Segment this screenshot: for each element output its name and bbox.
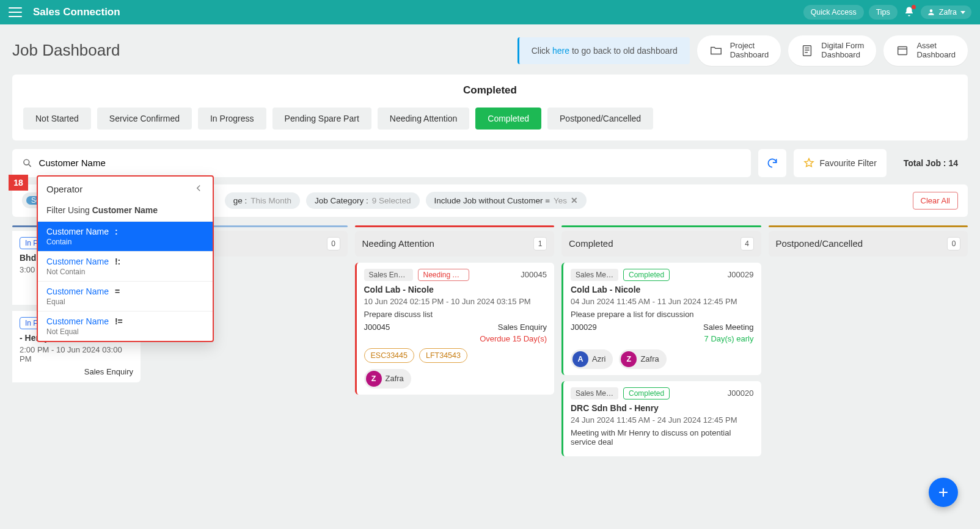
menu-icon[interactable]: [9, 7, 22, 17]
assignee-chip[interactable]: AAzri: [571, 349, 613, 369]
asset-icon: [896, 44, 909, 57]
assignee-name: Zafra: [640, 354, 659, 363]
tab-in-progress[interactable]: In Progress: [198, 108, 266, 130]
card-id: J00045: [521, 270, 547, 279]
chip-include-without-customer[interactable]: Include Job without Customer = Yes ✕: [426, 192, 587, 209]
tips-button[interactable]: Tips: [869, 5, 898, 20]
card-code: J00045: [364, 323, 390, 332]
status-panel: Completed Not Started Service Confirmed …: [12, 75, 968, 140]
search-row: Favourite Filter Total Job : 14 18 Opera…: [12, 149, 968, 177]
col-head: Needing Attention 1: [355, 231, 555, 257]
label: Dashboard: [730, 51, 769, 60]
project-dashboard-button[interactable]: ProjectDashboard: [697, 35, 781, 66]
section-title: Completed: [23, 84, 957, 97]
category-badge: Sales Me…: [571, 269, 618, 281]
label: Asset: [916, 42, 956, 51]
field: Customer Name: [46, 227, 109, 236]
col-title: Completed: [569, 238, 613, 249]
avatar: A: [572, 351, 588, 367]
topbar: Sales Connection Quick Access Tips Zafra: [0, 0, 980, 24]
search-input[interactable]: [39, 158, 742, 168]
card-completed-1[interactable]: Sales Me… Completed J00029 Cold Lab - Ni…: [561, 263, 761, 375]
search-icon: [22, 158, 33, 169]
col-postponed: Postponed/Cancelled 0: [769, 225, 968, 263]
chip-remove-icon[interactable]: ✕: [571, 195, 578, 205]
label: Project: [730, 42, 769, 51]
status-badge: Needing A…: [418, 269, 469, 281]
desc: Not Contain: [46, 268, 204, 276]
assignee-chip[interactable]: ZZafra: [364, 369, 411, 389]
op-not-contain[interactable]: Customer Name!: Not Contain: [38, 251, 213, 281]
favourite-label: Favourite Filter: [819, 158, 876, 168]
card-id: J00029: [728, 270, 754, 279]
notifications-button[interactable]: [904, 6, 915, 19]
category-badge: Sales Enq…: [364, 269, 413, 281]
brand: Sales Connection: [33, 6, 120, 18]
assignee-chip[interactable]: ZZafra: [619, 349, 666, 369]
tab-postponed[interactable]: Postponed/Cancelled: [547, 108, 653, 130]
ref-pill[interactable]: LFT34543: [419, 348, 467, 363]
field: Customer Name: [46, 316, 109, 326]
svg-rect-1: [898, 47, 907, 55]
favourite-filter-button[interactable]: Favourite Filter: [794, 149, 886, 177]
card-code: J00029: [571, 323, 597, 332]
digital-form-dashboard-button[interactable]: Digital FormDashboard: [788, 35, 876, 66]
col-count: 1: [533, 237, 547, 250]
status-badge: Completed: [623, 387, 670, 399]
arrow-left-icon: [193, 183, 204, 194]
notification-dot: [912, 5, 916, 9]
dropdown-back-button[interactable]: [193, 183, 204, 195]
tab-needing-attention[interactable]: Needing Attention: [378, 108, 470, 130]
card-type: Sales Enquiry: [84, 367, 133, 376]
chip-job-category[interactable]: Job Category : 9 Selected: [306, 192, 420, 209]
col-count: 0: [947, 237, 960, 250]
label: ge :: [233, 196, 247, 205]
op-not-equal[interactable]: Customer Name!= Not Equal: [38, 311, 213, 341]
value: 9 Selected: [372, 196, 411, 205]
star-icon: [803, 158, 814, 169]
col-head: Completed 4: [561, 231, 761, 257]
old-dashboard-link[interactable]: here: [552, 46, 569, 56]
op-contain[interactable]: Customer Name: Contain: [38, 221, 213, 251]
early: 7 Day(s) early: [571, 334, 754, 343]
card-note: Prepare discuss list: [364, 310, 547, 319]
card-needing-1[interactable]: Sales Enq… Needing A… J00045 Cold Lab - …: [355, 263, 555, 395]
user-menu[interactable]: Zafra: [921, 5, 971, 19]
chevron-down-icon: [960, 11, 965, 14]
assignee-name: Zafra: [386, 374, 404, 383]
label: Digital Form: [821, 42, 864, 51]
card-completed-2[interactable]: Sales Me… Completed J00020 DRC Sdn Bhd -…: [561, 381, 761, 456]
card-time: 10 Jun 2024 02:15 PM - 10 Jun 2024 03:15…: [364, 297, 547, 306]
avatar: Z: [621, 351, 637, 367]
notice-post: to go back to old dashboard: [569, 46, 678, 56]
search-box[interactable]: [12, 149, 751, 177]
value: Yes: [554, 196, 567, 205]
card-note: Please prepare a list for discussion: [571, 310, 754, 319]
desc: Contain: [46, 238, 204, 246]
chip-date-range[interactable]: ge : This Month: [225, 192, 300, 209]
op-equal[interactable]: Customer Name= Equal: [38, 281, 213, 311]
clear-all-button[interactable]: Clear All: [913, 192, 958, 210]
label: Include Job without Customer =: [434, 196, 550, 205]
card-title: DRC Sdn Bhd - Henry: [571, 403, 754, 413]
col-needing-attention: Needing Attention 1 Sales Enq… Needing A…: [355, 225, 555, 401]
card-type: Sales Meeting: [703, 323, 753, 332]
label: Dashboard: [821, 51, 864, 60]
refresh-button[interactable]: [758, 149, 786, 177]
ref-pill[interactable]: ESC33445: [364, 348, 414, 363]
tab-completed[interactable]: Completed: [475, 108, 541, 130]
asset-dashboard-button[interactable]: AssetDashboard: [883, 35, 968, 66]
total-job-count: Total Job : 14: [894, 149, 968, 177]
col-count: 4: [740, 237, 754, 250]
value: This Month: [250, 196, 291, 205]
field: Customer Name: [46, 286, 109, 296]
header-row: Job Dashboard Click here to go back to o…: [0, 24, 980, 75]
col-completed: Completed 4 Sales Me… Completed J00029 C…: [561, 225, 761, 462]
tab-not-started[interactable]: Not Started: [23, 108, 91, 130]
tab-service-confirmed[interactable]: Service Confirmed: [97, 108, 192, 130]
quick-access-button[interactable]: Quick Access: [803, 5, 864, 20]
assignee-name: Azri: [592, 354, 605, 363]
dropdown-subtitle: Filter Using Customer Name: [38, 202, 213, 221]
desc: Not Equal: [46, 327, 204, 336]
tab-pending-spare-part[interactable]: Pending Spare Part: [272, 108, 371, 130]
